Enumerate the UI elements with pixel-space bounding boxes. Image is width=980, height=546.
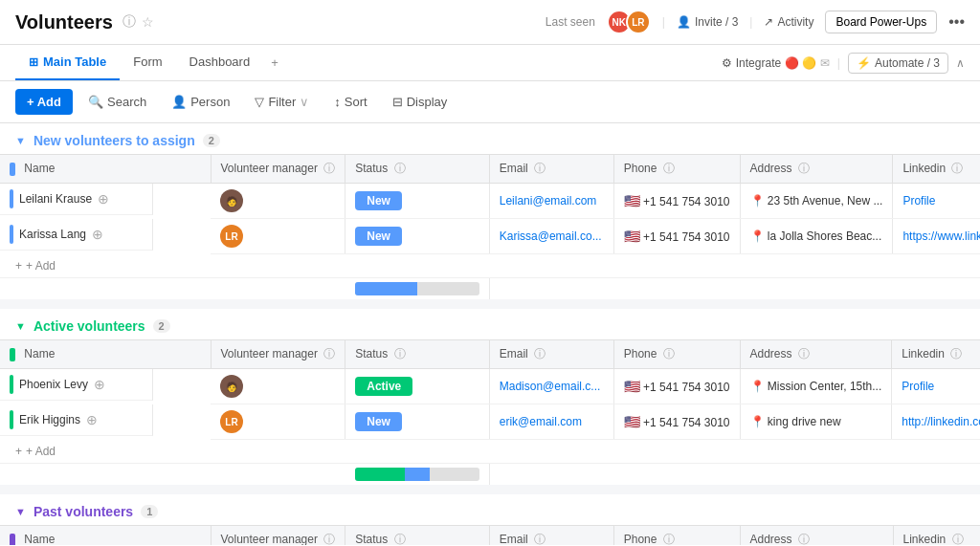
- display-icon: ⊟: [392, 95, 403, 109]
- row-add-icon[interactable]: ⊕: [94, 377, 105, 392]
- search-icon: 🔍: [88, 95, 103, 109]
- group-active-arrow[interactable]: ▼: [15, 320, 26, 332]
- phone-text: +1 541 754 3010: [643, 416, 729, 429]
- row-add-icon[interactable]: ⊕: [86, 412, 98, 427]
- linkedin-link[interactable]: http://linkedin.com: [902, 415, 980, 428]
- toolbar: + Add 🔍 Search 👤 Person ▽ Filter ∨ ↕ Sor…: [0, 81, 980, 123]
- group-active-count: 2: [153, 319, 170, 333]
- tab-form[interactable]: Form: [120, 45, 175, 80]
- vm-avatar: 🧑: [220, 189, 243, 212]
- tab-add-button[interactable]: +: [263, 46, 286, 79]
- col-name-header-past: Name: [0, 526, 211, 546]
- col-address-header-past: Address ⓘ: [740, 526, 893, 546]
- group-new-title: New volunteers to assign: [33, 133, 195, 148]
- row-linkedin-cell: Profile: [893, 184, 980, 219]
- invite-button[interactable]: 👤 Invite / 3: [677, 15, 738, 29]
- header-icons: ⓘ ☆: [122, 13, 154, 31]
- status-badge[interactable]: New: [355, 191, 402, 210]
- group-new-arrow[interactable]: ▼: [15, 135, 26, 146]
- chevron-up-icon[interactable]: ∧: [956, 56, 965, 70]
- integrate-icons: 🔴 🟡 ✉: [785, 56, 830, 70]
- row-add-icon[interactable]: ⊕: [98, 191, 109, 207]
- row-add-icon[interactable]: ⊕: [92, 227, 103, 242]
- tab-bar: ⊞ Main Table Form Dashboard + ⚙ Integrat…: [0, 45, 980, 81]
- row-email-cell: erik@email.com: [489, 404, 613, 440]
- col-phone-header-active: Phone ⓘ: [613, 340, 740, 369]
- col-status-header: Status ⓘ: [345, 155, 490, 184]
- linkedin-link[interactable]: https://www.linkedi...: [902, 229, 980, 243]
- status-badge[interactable]: New: [355, 227, 402, 246]
- tab-dashboard[interactable]: Dashboard: [176, 45, 264, 80]
- sort-button[interactable]: ↕ Sort: [324, 90, 376, 114]
- table-row: Leilani Krause ⊕ 🧑 New Leilani@email.com…: [0, 184, 980, 219]
- col-name-header: Name: [0, 155, 211, 184]
- email-link[interactable]: Leilani@email.com: [500, 194, 597, 207]
- filter-icon: ▽: [255, 95, 264, 109]
- status-badge[interactable]: New: [355, 412, 402, 431]
- row-linkedin-cell: Profile: [892, 369, 980, 404]
- row-phone-cell: 🇺🇸 +1 541 754 3010: [613, 219, 740, 254]
- row-status-cell[interactable]: New: [345, 184, 490, 219]
- tab-right-controls: ⚙ Integrate 🔴 🟡 ✉ | ⚡ Automate / 3 ∧: [722, 53, 965, 74]
- row-name-text[interactable]: Karissa Lang: [19, 228, 86, 241]
- activity-button[interactable]: ↗ Activity: [764, 15, 813, 29]
- row-name-cell: Karissa Lang ⊕: [0, 219, 153, 251]
- col-phone-header-past: Phone ⓘ: [613, 526, 740, 546]
- email-link[interactable]: erik@email.com: [500, 415, 582, 428]
- group-new: ▼ New volunteers to assign 2 Name Volunt…: [0, 123, 980, 299]
- integrate-button[interactable]: ⚙ Integrate 🔴 🟡 ✉: [722, 56, 830, 70]
- group-new-header: ▼ New volunteers to assign 2: [0, 123, 980, 154]
- row-status-cell[interactable]: New: [345, 219, 490, 254]
- row-status-cell[interactable]: New: [345, 404, 490, 440]
- top-header: Volunteers ⓘ ☆ Last seen NK LR | 👤 Invit…: [0, 0, 980, 45]
- filter-button[interactable]: ▽ Filter ∨: [245, 90, 319, 114]
- group-active-table: Name Volunteer manager ⓘ Status ⓘ Email …: [0, 339, 980, 485]
- address-text: king drive new: [768, 415, 841, 428]
- group-new-count: 2: [203, 134, 220, 147]
- row-email-cell: Leilani@email.com: [489, 184, 613, 219]
- email-link[interactable]: Madison@email.c...: [500, 380, 601, 393]
- person-filter-icon: 👤: [171, 95, 187, 109]
- col-address-header: Address ⓘ: [740, 155, 893, 184]
- app-title: Volunteers: [15, 11, 113, 33]
- linkedin-link[interactable]: Profile: [902, 194, 935, 207]
- phone-text: +1 541 754 3010: [643, 195, 729, 208]
- group-past-arrow[interactable]: ▼: [15, 506, 26, 517]
- email-link[interactable]: Karissa@email.co...: [500, 229, 602, 243]
- search-button[interactable]: 🔍 Search: [78, 90, 156, 114]
- more-button[interactable]: •••: [948, 13, 965, 31]
- info-icon: ⓘ: [122, 13, 136, 31]
- col-name-header-active: Name: [0, 340, 211, 369]
- add-button[interactable]: + Add: [15, 89, 73, 115]
- group-past-title: Past volunteers: [33, 504, 133, 519]
- board-power-button[interactable]: Board Power-Ups: [825, 11, 937, 33]
- row-name-text[interactable]: Phoenix Levy: [19, 378, 88, 391]
- vm-avatar: LR: [220, 410, 243, 433]
- star-icon: ☆: [142, 14, 154, 30]
- add-row-button-active[interactable]: + + Add: [15, 445, 980, 458]
- col-vm-header-active: Volunteer manager ⓘ: [211, 340, 345, 369]
- row-name-text[interactable]: Leilani Krause: [19, 192, 92, 206]
- row-linkedin-cell: https://www.linkedi...: [893, 219, 980, 254]
- status-badge[interactable]: Active: [355, 377, 412, 396]
- tab-main-table[interactable]: ⊞ Main Table: [15, 45, 120, 80]
- table-row: Phoenix Levy ⊕ 🧑 Active Madison@email.c.…: [0, 369, 980, 404]
- col-vm-header: Volunteer manager ⓘ: [211, 155, 345, 184]
- person-filter-button[interactable]: 👤 Person: [162, 90, 239, 114]
- header-right: Last seen NK LR | 👤 Invite / 3 | ↗ Activ…: [546, 10, 965, 34]
- linkedin-link[interactable]: Profile: [902, 380, 934, 393]
- row-phone-cell: 🇺🇸 +1 541 754 3010: [613, 404, 740, 440]
- flag-icon: 🇺🇸: [624, 229, 640, 244]
- display-button[interactable]: ⊟ Display: [383, 90, 457, 114]
- add-row-button[interactable]: + + Add: [15, 259, 980, 273]
- row-status-cell[interactable]: Active: [345, 369, 490, 404]
- location-icon: 📍: [750, 415, 765, 428]
- row-name-text[interactable]: Erik Higgins: [19, 413, 80, 426]
- group-spacer-2: [0, 485, 980, 494]
- summary-row-active: Microsoft...: [0, 464, 980, 486]
- location-icon: 📍: [750, 380, 765, 393]
- table-icon: ⊞: [29, 55, 38, 69]
- automate-button[interactable]: ⚡ Automate / 3: [848, 53, 948, 74]
- flag-icon: 🇺🇸: [624, 193, 640, 208]
- group-active-header: ▼ Active volunteers 2: [0, 309, 980, 339]
